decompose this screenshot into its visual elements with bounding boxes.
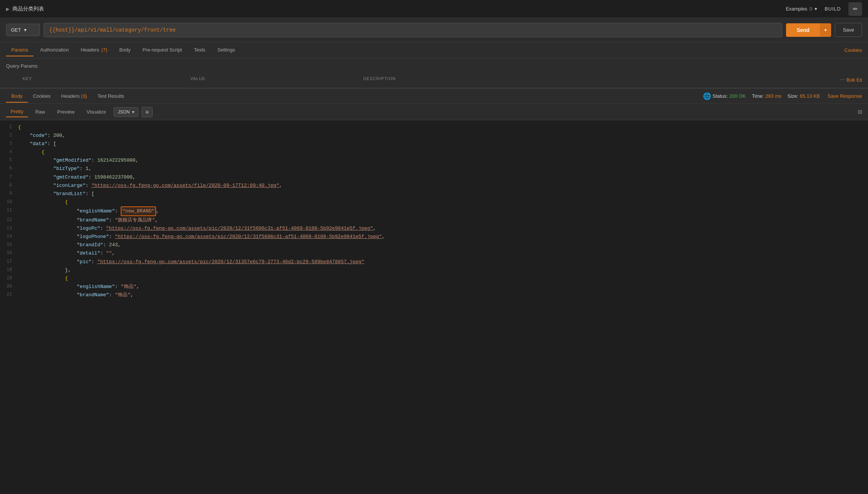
examples-label: Examples <box>786 6 807 12</box>
response-meta: 🌐 Status: 200 OK Time: 283 ms Size: 65.1… <box>703 92 862 100</box>
line-number: 8 <box>3 182 18 189</box>
json-colon: : <box>103 242 109 248</box>
json-format-dropdown[interactable]: JSON ▾ <box>114 107 138 117</box>
json-key: "brandName" <box>77 292 109 298</box>
json-url: "https://oss-fg.feng-go.com/assets/pic/2… <box>115 234 382 239</box>
json-key: "bizType" <box>53 166 80 171</box>
wrap-button[interactable]: ≡ <box>141 107 153 117</box>
build-button[interactable]: BUILD <box>825 6 841 12</box>
json-key: "detail" <box>77 250 100 256</box>
top-bar-right: Examples 0 ▾ BUILD ✏ <box>786 2 862 16</box>
collection-title: 商品分类列表 <box>12 6 44 12</box>
response-tab-cookies[interactable]: Cookies <box>28 90 56 103</box>
json-line: 16 "detail": "", <box>0 249 868 258</box>
json-plain: }, <box>65 267 71 273</box>
response-headers-badge: (3) <box>81 93 87 99</box>
bulk-edit-button[interactable]: Bulk Ed <box>847 77 862 83</box>
send-button[interactable]: Send <box>786 23 820 37</box>
line-content: { <box>18 123 21 132</box>
json-line: 13 "logoPc": "https://oss-fg.feng-go.com… <box>0 224 868 233</box>
json-colon: : <box>91 259 97 265</box>
highlighted-value: "new_BRAND" <box>121 206 156 216</box>
json-response-content: 1{2 "code": 200,3 "data": [4 {5 "gmtModi… <box>0 120 868 494</box>
format-tab-visualize[interactable]: Visualize <box>82 107 111 117</box>
json-line: 12 "brandName": "旗舰店专属品牌", <box>0 216 868 224</box>
json-line: 21 "brandName": "饰品", <box>0 291 868 299</box>
format-tab-raw[interactable]: Raw <box>31 107 50 117</box>
tab-pre-request[interactable]: Pre-request Script <box>137 44 187 56</box>
json-string: "饰品" <box>121 284 137 289</box>
line-content: "pic": "https://oss-fg.feng-go.com/asset… <box>18 258 364 266</box>
line-number: 19 <box>3 274 18 282</box>
line-number: 7 <box>3 173 18 181</box>
save-button[interactable]: Save <box>835 23 862 37</box>
response-tab-body[interactable]: Body <box>6 90 28 103</box>
globe-icon: 🌐 <box>703 92 711 100</box>
examples-button[interactable]: Examples 0 ▾ <box>786 6 817 12</box>
line-content: "iconLarge": "https://oss-fg.feng-go.com… <box>18 182 282 190</box>
json-brace: { <box>41 149 44 155</box>
line-number: 4 <box>3 148 18 156</box>
dropdown-arrow-icon: ▾ <box>24 27 27 33</box>
json-key: "englishName" <box>77 208 115 214</box>
headers-badge: (7) <box>101 47 107 53</box>
tab-authorization[interactable]: Authorization <box>35 44 74 56</box>
format-tab-pretty[interactable]: Pretty <box>6 106 28 117</box>
line-content: "brandName": "旗舰店专属品牌", <box>18 216 158 224</box>
line-number: 2 <box>3 132 18 139</box>
method-dropdown[interactable]: GET ▾ <box>6 24 40 36</box>
tab-tests[interactable]: Tests <box>189 44 211 56</box>
cookies-link[interactable]: Cookies <box>844 47 862 53</box>
json-line: 5 "gmtModified": 1621422295000, <box>0 156 868 165</box>
json-key: "gmtModified" <box>53 158 91 163</box>
line-number: 6 <box>3 165 18 172</box>
json-key: "logoPc" <box>77 226 100 231</box>
json-punct: , <box>62 133 65 138</box>
line-content: "brandId": 243, <box>18 241 121 249</box>
response-tab-headers[interactable]: Headers (3) <box>56 90 93 103</box>
line-content: "logoPhone": "https://oss-fg.feng-go.com… <box>18 233 385 241</box>
line-content: { <box>18 274 68 283</box>
tab-headers[interactable]: Headers (7) <box>76 44 113 56</box>
json-string: "旗舰店专属品牌" <box>115 217 155 223</box>
json-line: 15 "brandId": 243, <box>0 241 868 249</box>
tab-params[interactable]: Params <box>6 44 33 56</box>
json-key: "englishName" <box>77 284 115 289</box>
json-punct: , <box>131 292 134 298</box>
line-number: 18 <box>3 266 18 274</box>
json-brace: { <box>65 199 68 205</box>
json-line: 2 "code": 200, <box>0 132 868 140</box>
line-content: "englishName": "new_BRAND", <box>18 206 159 216</box>
tab-body[interactable]: Body <box>114 44 136 56</box>
format-tab-preview[interactable]: Preview <box>53 107 79 117</box>
response-tab-test-results[interactable]: Test Results <box>92 90 129 103</box>
line-number: 1 <box>3 123 18 131</box>
send-dropdown-button[interactable]: ▾ <box>820 23 831 37</box>
edit-icon-button[interactable]: ✏ <box>848 2 862 16</box>
time-value: 283 ms <box>765 93 782 99</box>
json-punct: , <box>155 217 158 223</box>
json-string: "new_BRAND" <box>122 208 155 214</box>
json-colon: : <box>109 292 115 298</box>
save-response-button[interactable]: Save Response <box>827 93 862 99</box>
line-content: "detail": "", <box>18 249 115 258</box>
json-string: "饰品" <box>115 292 131 298</box>
json-number: 1598462237000 <box>94 174 132 180</box>
json-line: 1{ <box>0 123 868 132</box>
json-number: 243 <box>109 242 118 248</box>
line-content: { <box>18 148 44 156</box>
copy-button[interactable]: ⧉ <box>858 109 862 115</box>
more-options-icon[interactable]: ··· <box>840 76 845 83</box>
line-content: }, <box>18 266 71 274</box>
line-number: 9 <box>3 190 18 197</box>
line-number: 16 <box>3 249 18 257</box>
tab-settings[interactable]: Settings <box>212 44 240 56</box>
json-punct: , <box>118 242 121 248</box>
json-string: "" <box>106 250 112 256</box>
json-number: 200 <box>53 133 62 138</box>
url-input[interactable] <box>44 23 782 37</box>
time-label: Time: <box>752 93 764 99</box>
line-number: 21 <box>3 291 18 299</box>
line-content: "data": [ <box>18 140 56 148</box>
value-column-header: VALUE <box>184 75 357 85</box>
